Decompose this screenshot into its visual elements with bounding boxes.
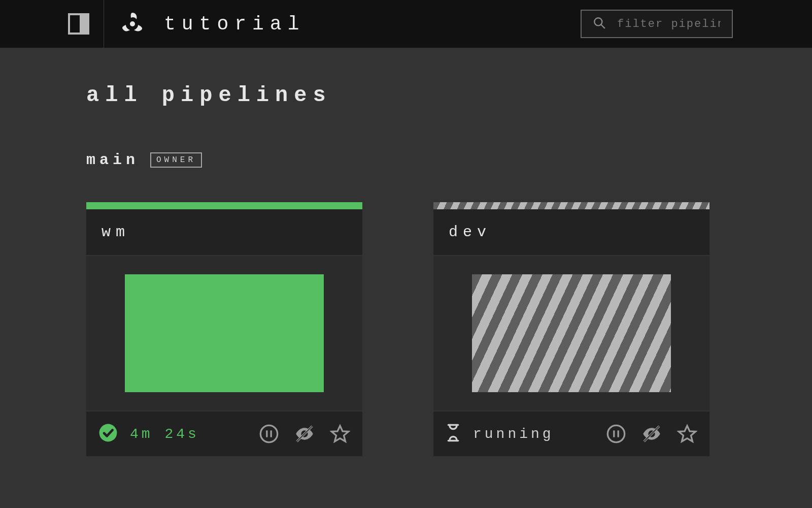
star-icon[interactable] — [330, 424, 350, 444]
card-header: dev — [433, 209, 709, 255]
app-logo-icon[interactable] — [118, 10, 147, 38]
pipeline-name: dev — [449, 224, 694, 241]
main: all pipelines main OWNER wm — [0, 48, 812, 492]
svg-marker-17 — [679, 426, 695, 441]
hide-icon[interactable] — [293, 424, 316, 444]
svg-point-3 — [99, 424, 117, 441]
hide-icon[interactable] — [640, 424, 663, 444]
team-name: main — [86, 151, 139, 169]
page-title: all pipelines — [86, 83, 726, 108]
pipeline-card-row: wm 4m 24s — [86, 202, 726, 456]
pipeline-card[interactable]: dev running — [433, 202, 709, 456]
search-box[interactable] — [581, 10, 733, 38]
pause-icon[interactable] — [259, 424, 279, 444]
card-body — [433, 255, 709, 410]
job-preview[interactable] — [125, 274, 324, 392]
job-preview[interactable] — [472, 274, 671, 392]
search-input[interactable] — [617, 18, 721, 30]
app-title: tutorial — [164, 13, 305, 35]
pipeline-status-text: 4m 24s — [130, 426, 199, 442]
owner-badge: OWNER — [150, 152, 202, 168]
card-footer: 4m 24s — [86, 410, 362, 456]
svg-point-0 — [130, 21, 135, 26]
svg-line-2 — [601, 24, 605, 28]
sidebar-toggle-icon[interactable] — [68, 13, 89, 35]
card-footer: running — [433, 410, 709, 456]
topbar-divider — [104, 0, 104, 48]
svg-point-12 — [607, 425, 624, 442]
hourglass-icon — [446, 423, 461, 445]
topbar: tutorial — [0, 0, 812, 48]
pause-icon[interactable] — [606, 424, 626, 444]
search-icon — [593, 16, 606, 32]
pipeline-name: wm — [101, 224, 347, 241]
card-body — [86, 255, 362, 410]
svg-point-1 — [594, 18, 602, 25]
pipeline-status-text: running — [473, 426, 554, 442]
card-header: wm — [86, 209, 362, 255]
card-accent-stripe — [433, 202, 709, 209]
svg-marker-9 — [331, 426, 348, 441]
star-icon[interactable] — [677, 424, 697, 444]
svg-point-4 — [260, 425, 277, 442]
check-circle-icon — [98, 423, 118, 445]
pipeline-card[interactable]: wm 4m 24s — [86, 202, 362, 456]
card-accent-stripe — [86, 202, 362, 209]
team-header: main OWNER — [86, 151, 726, 169]
